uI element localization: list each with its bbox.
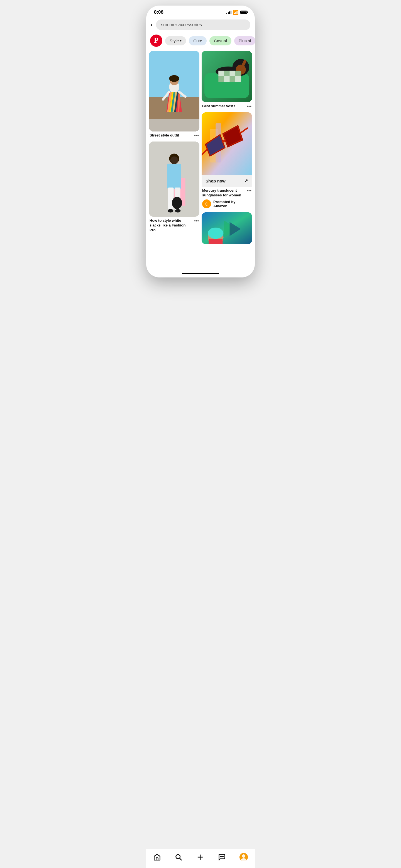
pins-grid: Street style outfit ••• — [146, 50, 255, 269]
home-indicator-area — [146, 269, 255, 277]
shop-now-label: Shop now — [206, 179, 225, 183]
promoted-brand-label: Amazon — [213, 204, 235, 208]
search-input[interactable]: summer accessories — [156, 20, 250, 30]
phone-frame: 8:08 📶 ‹ summer accessories P Style ▾ — [146, 6, 255, 277]
promoted-by-text-block: Promoted by Amazon — [213, 200, 235, 208]
promoted-info: Mercury translucent sunglasses for women… — [202, 187, 252, 210]
pin-white-slacks-image — [149, 142, 199, 217]
chip-casual[interactable]: Casual — [209, 36, 232, 45]
col-right: Best summer vests ••• — [202, 51, 252, 244]
pin-sunglasses-image — [202, 112, 252, 175]
pin-best-vests-menu[interactable]: ••• — [245, 104, 251, 109]
amazon-smile-icon: ☺ — [204, 202, 209, 207]
svg-rect-18 — [168, 187, 174, 210]
chevron-down-icon: ▾ — [180, 39, 182, 42]
promoted-by-row: ☺ Promoted by Amazon — [202, 199, 251, 209]
amazon-logo: ☺ — [202, 199, 211, 208]
svg-point-12 — [169, 75, 179, 82]
svg-point-24 — [175, 209, 181, 213]
pinterest-logo: P — [150, 35, 162, 47]
chip-cute-label: Cute — [193, 38, 202, 43]
promoted-title: Mercury translucent sunglasses for women — [202, 188, 245, 198]
promoted-title-row: Mercury translucent sunglasses for women… — [202, 188, 251, 199]
promoted-by-label: Promoted by — [213, 200, 235, 204]
pin-bottom-right-image — [202, 212, 252, 244]
pin-sunglasses-menu[interactable]: ••• — [245, 188, 251, 193]
status-icons: 📶 — [226, 10, 247, 15]
back-button[interactable]: ‹ — [151, 21, 153, 28]
pin-street-outfit[interactable]: Street style outfit ••• — [149, 51, 199, 139]
battery-icon — [240, 10, 247, 14]
svg-rect-17 — [167, 164, 181, 189]
status-bar: 8:08 📶 — [146, 6, 255, 17]
chip-plussi[interactable]: Plus si — [234, 36, 255, 45]
home-indicator — [182, 273, 219, 274]
pin-white-slacks[interactable]: How to style white slacks like a Fashion… — [149, 142, 199, 234]
chip-cute[interactable]: Cute — [189, 36, 207, 45]
search-value: summer accessories — [161, 22, 202, 27]
search-bar-row: ‹ summer accessories — [146, 17, 255, 33]
pin-bottom-right[interactable] — [202, 212, 252, 244]
svg-rect-35 — [235, 76, 241, 82]
pin-street-outfit-menu[interactable]: ••• — [192, 133, 199, 138]
pin-street-outfit-label-row: Street style outfit ••• — [149, 131, 199, 139]
pin-white-slacks-menu[interactable]: ••• — [192, 218, 199, 223]
pin-street-outfit-image — [149, 51, 199, 131]
shop-now-bar[interactable]: Shop now ↗ — [202, 175, 252, 187]
pin-sunglasses[interactable]: Shop now ↗ Mercury translucent sunglasse… — [202, 112, 252, 210]
pin-best-vests-label-row: Best summer vests ••• — [202, 102, 252, 110]
svg-point-22 — [172, 197, 182, 209]
signal-icon — [226, 10, 232, 14]
pin-white-slacks-title: How to style white slacks like a Fashion… — [150, 218, 192, 232]
col-left: Street style outfit ••• — [149, 51, 199, 244]
svg-rect-34 — [224, 76, 229, 82]
chip-plussi-label: Plus si — [239, 38, 251, 43]
chip-style-label: Style — [169, 38, 179, 43]
filter-chips-row: P Style ▾ Cute Casual Plus si — [146, 33, 255, 50]
wifi-icon: 📶 — [233, 10, 239, 15]
external-link-icon: ↗ — [244, 178, 248, 184]
pin-white-slacks-label-row: How to style white slacks like a Fashion… — [149, 217, 199, 234]
status-time: 8:08 — [154, 9, 163, 15]
svg-rect-32 — [218, 71, 224, 76]
svg-rect-52 — [209, 239, 222, 244]
pin-street-outfit-title: Street style outfit — [150, 133, 192, 138]
svg-point-51 — [208, 227, 223, 239]
chip-style[interactable]: Style ▾ — [165, 36, 186, 45]
svg-rect-33 — [230, 71, 235, 76]
pin-best-vests-image — [202, 51, 252, 102]
pin-best-vests-title: Best summer vests — [202, 104, 245, 108]
svg-rect-2 — [149, 119, 199, 131]
pin-best-vests[interactable]: Best summer vests ••• — [202, 51, 252, 110]
chip-casual-label: Casual — [214, 38, 227, 43]
svg-point-23 — [167, 209, 173, 213]
svg-point-21 — [170, 157, 178, 164]
